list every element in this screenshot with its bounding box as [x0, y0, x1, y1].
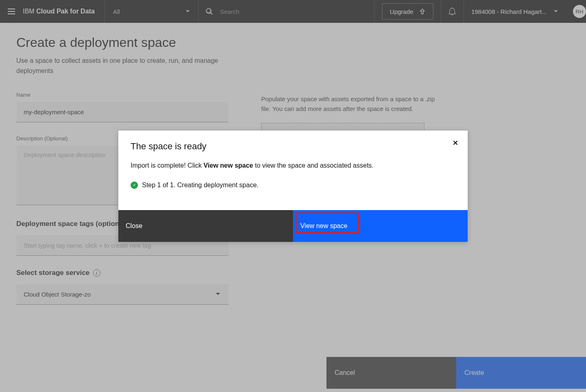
modal-footer: Close View new space — [118, 210, 468, 242]
modal-close-button[interactable] — [451, 138, 460, 148]
modal-step-text: Step 1 of 1. Creating deployment space. — [142, 182, 259, 189]
modal-description: Import is complete! Click View new space… — [131, 161, 384, 171]
view-new-space-button[interactable]: View new space — [293, 210, 468, 242]
modal-title: The space is ready — [131, 141, 455, 152]
view-new-space-label: View new space — [300, 222, 347, 229]
close-icon — [452, 139, 459, 146]
modal-close-action-button[interactable]: Close — [118, 210, 293, 242]
space-ready-modal: The space is ready Import is complete! C… — [118, 131, 468, 242]
success-check-icon — [131, 182, 138, 189]
modal-step-row: Step 1 of 1. Creating deployment space. — [131, 182, 455, 189]
modal-body: The space is ready Import is complete! C… — [118, 131, 468, 210]
